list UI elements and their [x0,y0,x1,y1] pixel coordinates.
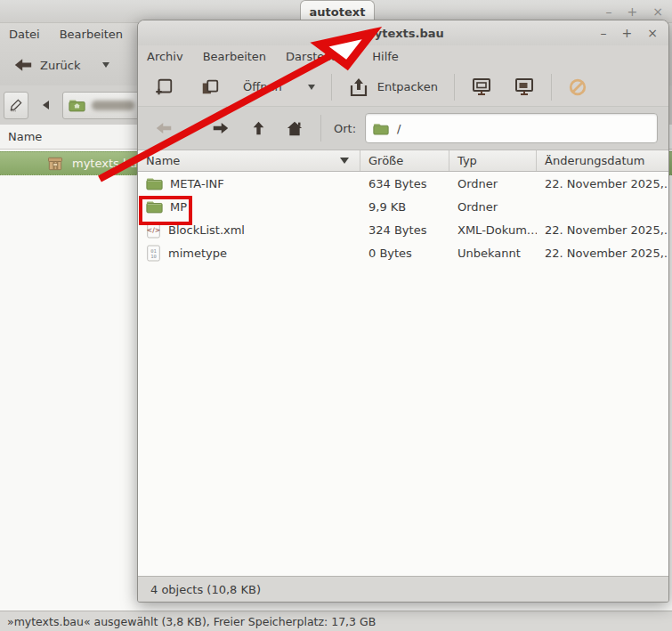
folder-icon [373,122,389,135]
fw-window-controls: – + × [601,20,658,45]
bg-statusbar: »mytexts.bau« ausgewählt (3,8 KB), Freie… [0,611,672,631]
column-header-name[interactable]: Name [138,150,360,171]
fw-toolbar: Öffnen Entpacken [138,68,668,107]
display-window-icon [471,77,492,98]
fw-navbar: Ort: / [138,107,668,150]
nav-forward-icon[interactable] [213,122,229,134]
open-dropdown-icon [308,85,315,90]
file-size: 324 Bytes [360,218,449,241]
open-button[interactable]: Öffnen [238,77,320,97]
svg-text:</>: </> [147,226,160,234]
maximize-icon[interactable]: + [622,27,633,39]
menu-archiv[interactable]: Archiv [147,50,183,63]
file-name: META-INF [170,177,224,190]
archive-manager-window: mytexts.bau – + × Archiv Bearbeiten Dars… [137,20,669,603]
fw-statusbar: 4 objects (10,8 KB) [138,576,668,602]
archive-file-icon [46,155,64,173]
back-dropdown-icon [102,62,109,68]
menu-bearbeiten[interactable]: Bearbeiten [60,28,123,41]
column-header-size[interactable]: Größe [360,150,449,171]
close-icon[interactable]: × [652,5,663,18]
file-date: 22. November 2025,… [537,172,668,195]
edit-location-button[interactable] [4,92,28,119]
prohibition-icon [568,77,587,97]
add-files-icon [154,77,174,97]
column-name-label: Name [146,154,180,167]
open-button-label: Öffnen [243,80,282,93]
stop-button[interactable] [563,74,593,101]
back-arrow-icon [14,58,32,72]
fw-menubar: Archiv Bearbeiten Darstellung Hilfe [138,45,668,68]
location-label: Ort: [334,122,356,135]
table-row-mimetype[interactable]: 01 10 mimetype 0 Bytes Unbekannt 22. Nov… [138,241,668,264]
file-size: 9,9 KB [360,195,449,218]
view-as-folder-button[interactable] [466,73,498,101]
minimize-icon[interactable]: – [606,5,612,18]
nav-back-icon[interactable] [156,122,172,134]
column-header-type[interactable]: Typ [449,150,537,171]
file-size: 0 Bytes [360,241,449,264]
selected-file-label: mytexts.bau [72,157,144,170]
location-value: / [397,122,401,135]
bg-window-title-label: autotext [310,5,366,19]
menu-bearbeiten[interactable]: Bearbeiten [203,50,266,63]
svg-text:01: 01 [150,247,157,253]
collapse-path-button[interactable] [37,96,53,114]
fw-status-text: 4 objects (10,8 KB) [150,583,261,596]
file-name: mimetype [168,247,227,260]
pencil-icon [9,98,23,112]
delete-button[interactable] [195,74,225,101]
menu-darstellung[interactable]: Darstellung [286,50,352,63]
view-all-files-button[interactable] [508,73,540,101]
toolbar-separator [454,74,455,101]
delete-icon [200,77,220,97]
minimize-icon[interactable]: – [601,27,607,39]
menu-datei[interactable]: Datei [9,28,40,41]
column-type-label: Typ [457,154,477,167]
svg-text:10: 10 [150,253,157,258]
extract-button[interactable]: Entpacken [343,73,443,101]
maximize-icon[interactable]: + [627,5,638,18]
sort-descending-icon [340,158,349,164]
nav-home-icon[interactable] [287,121,303,136]
list-header: Name Größe Typ Änderungsdatum [138,150,668,172]
close-icon[interactable]: × [647,27,658,39]
folder-icon [146,176,163,190]
binary-file-icon: 01 10 [146,245,161,262]
back-button-label: Zurück [40,59,80,72]
file-type: Unbekannt [449,241,537,264]
add-files-button[interactable] [149,74,179,101]
home-breadcrumb-button[interactable] [62,92,144,119]
table-row-mp[interactable]: MP 9,9 KB Ordner [138,195,668,218]
column-header-date[interactable]: Änderungsdatum [537,150,668,171]
fw-window-title: mytexts.bau [362,27,444,40]
file-date: 22. November 2025,… [537,218,668,241]
table-row-blocklist[interactable]: </> BlockList.xml 324 Bytes XML-Dokum… 2… [138,218,668,241]
menu-hilfe[interactable]: Hilfe [372,50,399,63]
nav-up-icon[interactable] [252,121,265,135]
file-size: 634 Bytes [360,172,449,195]
file-type: Ordner [449,195,537,218]
archive-file-list: Name Größe Typ Änderungsdatum META-INF 6… [138,150,668,578]
column-date-label: Änderungsdatum [545,154,644,167]
extract-button-label: Entpacken [377,80,438,93]
breadcrumb-label-blurred [92,101,134,110]
table-row-meta-inf[interactable]: META-INF 634 Bytes Ordner 22. November 2… [138,172,668,195]
extract-icon [348,77,369,98]
file-name: MP [170,200,187,214]
fw-titlebar[interactable]: mytexts.bau [138,20,668,45]
column-size-label: Größe [368,154,403,167]
location-input[interactable]: / [365,113,658,143]
back-button[interactable]: Zurück [7,53,117,77]
file-type: XML-Dokum… [449,218,537,241]
bg-column-name: Name [8,130,42,143]
xml-file-icon: </> [146,222,161,239]
file-date: 22. November 2025,… [537,241,668,264]
file-name: BlockList.xml [168,223,245,237]
toolbar-separator [331,74,332,101]
folder-icon [146,199,163,214]
home-folder-icon [69,98,85,112]
bg-status-text: »mytexts.bau« ausgewählt (3,8 KB), Freie… [7,615,376,628]
toolbar-separator [551,74,552,101]
file-date [537,195,668,218]
